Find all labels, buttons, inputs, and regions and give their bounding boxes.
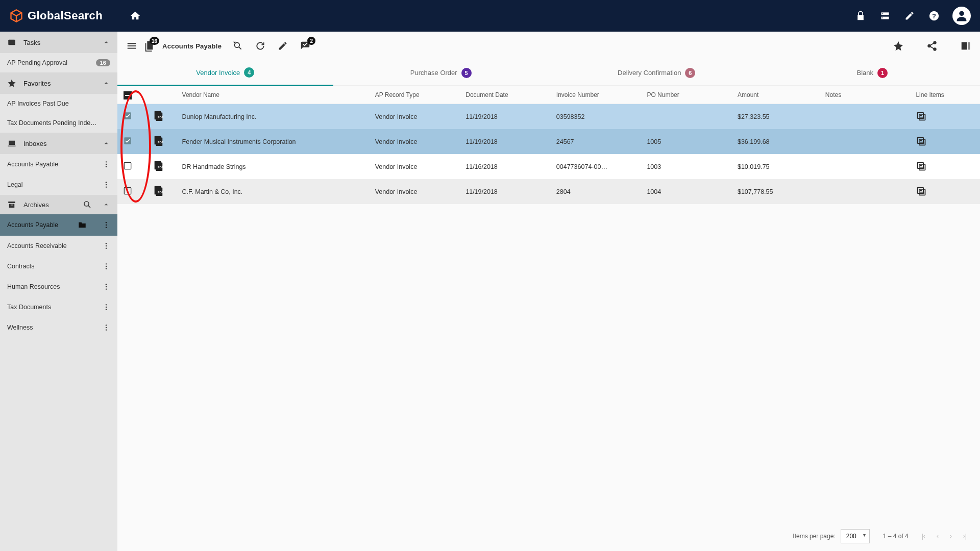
sidebar-section-archives[interactable]: Archives	[0, 195, 117, 214]
tab-blank[interactable]: Blank 1	[765, 60, 981, 85]
column-header-po[interactable]: PO Number	[641, 86, 731, 104]
compose-icon[interactable]	[903, 10, 916, 22]
more-icon[interactable]	[102, 262, 110, 270]
svg-rect-41	[968, 42, 970, 50]
svg-point-9	[106, 164, 107, 165]
view-toggle-icon[interactable]	[960, 40, 972, 52]
cell-notes	[819, 179, 910, 204]
sidebar-item-archive-wellness[interactable]: Wellness	[0, 317, 117, 338]
chevron-up-icon	[102, 139, 110, 147]
cell-notes	[819, 154, 910, 179]
more-icon[interactable]	[102, 323, 110, 332]
row-checkbox[interactable]	[124, 112, 132, 120]
sidebar-section-inboxes[interactable]: Inboxes	[0, 133, 117, 154]
pdf-icon[interactable]: PDF	[153, 135, 164, 146]
sidebar-section-label: Favorites	[23, 80, 51, 87]
search-icon[interactable]	[83, 200, 92, 209]
badge: 16	[150, 37, 159, 45]
next-page-icon[interactable]: ›	[950, 533, 952, 540]
sidebar-item-archive-accounts-payable[interactable]: Accounts Payable	[0, 214, 117, 236]
help-icon[interactable]: ?	[928, 10, 940, 22]
table-row[interactable]: PDFC.F. Martin & Co, Inc.Vendor Invoice1…	[117, 179, 980, 204]
more-icon[interactable]	[102, 181, 110, 189]
sidebar-item-ap-pending-approval[interactable]: AP Pending Approval 16	[0, 53, 117, 72]
column-header-docdate[interactable]: Document Date	[459, 86, 550, 104]
tab-vendor-invoice[interactable]: Vendor Invoice 4	[117, 60, 333, 86]
column-header-lineitems[interactable]: Line Items	[910, 86, 980, 104]
pdf-icon[interactable]: PDF	[153, 110, 164, 121]
table: Vendor Name AP Record Type Document Date…	[117, 86, 980, 551]
cell-docdate: 11/19/2018	[459, 129, 550, 154]
sidebar-item-tax-documents-pending[interactable]: Tax Documents Pending Inde…	[0, 113, 117, 133]
pdf-icon[interactable]: PDF	[153, 185, 164, 196]
svg-rect-48	[920, 115, 922, 116]
sidebar-item-label: AP Invoices Past Due	[7, 100, 69, 107]
svg-rect-59	[920, 143, 924, 144]
svg-point-30	[106, 324, 107, 325]
cell-docdate: 11/19/2018	[459, 104, 550, 130]
more-icon[interactable]	[102, 303, 110, 311]
cell-amount: $107,778.55	[731, 179, 819, 204]
row-checkbox[interactable]	[124, 187, 132, 195]
share-icon[interactable]	[926, 40, 938, 52]
first-page-icon[interactable]: |‹	[922, 533, 925, 540]
sidebar-section-favorites[interactable]: Favorites	[0, 72, 117, 94]
line-items-icon[interactable]	[916, 111, 927, 122]
table-header-row: Vendor Name AP Record Type Document Date…	[117, 86, 980, 104]
archive-icon	[7, 200, 16, 209]
tab-delivery-confirmation[interactable]: Delivery Confirmation 6	[549, 60, 765, 85]
sidebar-item-archive-tax-documents[interactable]: Tax Documents	[0, 297, 117, 317]
line-items-icon[interactable]	[916, 186, 927, 197]
cell-vendor: C.F. Martin & Co, Inc.	[176, 179, 369, 204]
cell-rectype: Vendor Invoice	[369, 179, 460, 204]
page-title: Accounts Payable	[162, 42, 222, 50]
pdf-icon[interactable]: PDF	[153, 160, 164, 171]
sidebar-section-tasks[interactable]: Tasks	[0, 32, 117, 53]
lock-icon[interactable]	[854, 10, 867, 22]
table-row[interactable]: PDFDunlop Manufacturing Inc.Vendor Invoi…	[117, 104, 980, 130]
line-items-icon[interactable]	[916, 136, 927, 147]
more-icon[interactable]	[102, 242, 110, 250]
column-header-amount[interactable]: Amount	[731, 86, 819, 104]
sidebar-section-label: Tasks	[23, 39, 40, 46]
line-items-icon[interactable]	[916, 161, 927, 172]
star-icon[interactable]	[892, 40, 904, 52]
approve-icon[interactable]: 2	[299, 40, 311, 52]
svg-rect-49	[920, 116, 924, 117]
refresh-icon[interactable]	[254, 40, 266, 52]
svg-rect-40	[962, 42, 967, 50]
sidebar-item-archive-accounts-receivable[interactable]: Accounts Receivable	[0, 236, 117, 256]
svg-point-26	[106, 288, 107, 289]
tab-purchase-order[interactable]: Purchase Order 5	[333, 60, 549, 85]
row-checkbox[interactable]	[124, 162, 132, 170]
more-icon[interactable]	[102, 283, 110, 291]
column-header-notes[interactable]: Notes	[819, 86, 910, 104]
more-icon[interactable]	[102, 221, 110, 229]
last-page-icon[interactable]: ›|	[963, 533, 967, 540]
sidebar-item-inbox-legal[interactable]: Legal	[0, 174, 117, 195]
select-all-checkbox[interactable]	[124, 91, 132, 99]
edit-icon[interactable]	[277, 40, 289, 52]
column-header-vendor[interactable]: Vendor Name	[176, 86, 369, 104]
sidebar-item-archive-contracts[interactable]: Contracts	[0, 256, 117, 277]
table-row[interactable]: PDFFender Musical Instruments Corporatio…	[117, 129, 980, 154]
sidebar-item-inbox-accounts-payable[interactable]: Accounts Payable	[0, 154, 117, 174]
svg-point-28	[106, 307, 107, 308]
avatar[interactable]	[952, 7, 971, 25]
storage-icon[interactable]	[879, 10, 891, 22]
table-row[interactable]: PDFDR Handmade StringsVendor Invoice11/1…	[117, 154, 980, 179]
svg-point-2	[883, 13, 884, 14]
sidebar-item-label: Accounts Payable	[7, 221, 58, 229]
prev-page-icon[interactable]: ‹	[937, 533, 939, 540]
sidebar-item-archive-human-resources[interactable]: Human Resources	[0, 277, 117, 297]
home-icon[interactable]	[129, 10, 141, 22]
column-header-invoice[interactable]: Invoice Number	[550, 86, 641, 104]
items-per-page-select[interactable]: 200	[841, 529, 870, 543]
column-header-rectype[interactable]: AP Record Type	[369, 86, 460, 104]
more-icon[interactable]	[102, 160, 110, 168]
menu-icon[interactable]	[126, 40, 138, 52]
sidebar-item-ap-invoices-past-due[interactable]: AP Invoices Past Due	[0, 94, 117, 113]
row-checkbox[interactable]	[124, 137, 132, 145]
swap-search-icon[interactable]	[232, 40, 244, 52]
documents-icon[interactable]: 16	[143, 40, 155, 52]
